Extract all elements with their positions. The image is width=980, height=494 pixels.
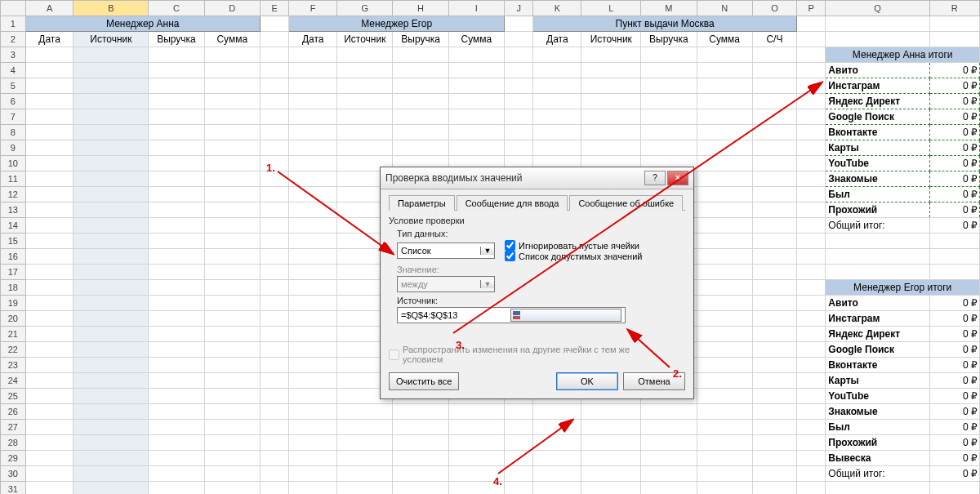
cell[interactable] [697, 218, 752, 234]
cell[interactable] [337, 435, 393, 451]
cell[interactable] [74, 435, 149, 451]
cell[interactable] [752, 171, 796, 187]
cell[interactable] [74, 63, 149, 78]
cell[interactable] [581, 482, 641, 495]
summary-row-label[interactable]: Вывеска [826, 451, 929, 466]
cell[interactable] [752, 234, 796, 249]
cell[interactable] [74, 404, 149, 420]
cell[interactable] [74, 171, 149, 187]
cell[interactable] [797, 202, 826, 218]
cell[interactable] [752, 156, 796, 171]
cell[interactable] [697, 140, 752, 156]
cell[interactable] [149, 265, 204, 280]
cell[interactable] [25, 187, 74, 202]
cell[interactable] [697, 156, 752, 171]
cell[interactable] [697, 265, 752, 280]
cell[interactable] [149, 280, 204, 296]
cell[interactable] [797, 265, 826, 280]
cell[interactable] [204, 420, 260, 435]
cell[interactable] [149, 202, 204, 218]
cell[interactable] [448, 435, 504, 451]
cell[interactable] [74, 140, 149, 156]
dropdown-list-checkbox[interactable]: Список допустимых значений [505, 251, 642, 261]
cell[interactable] [448, 482, 504, 495]
cell[interactable] [752, 451, 796, 466]
cell[interactable] [25, 296, 74, 311]
cell[interactable] [204, 202, 260, 218]
cell[interactable] [393, 435, 448, 451]
section-moscow[interactable]: Пункт выдачи Москва [533, 16, 797, 32]
cell[interactable] [260, 63, 288, 78]
cell[interactable] [149, 94, 204, 109]
cell[interactable] [25, 389, 74, 404]
cell[interactable] [641, 125, 697, 140]
cell[interactable] [752, 482, 796, 495]
cell[interactable] [260, 342, 288, 358]
cell[interactable] [260, 234, 288, 249]
clear-all-button[interactable]: Очистить все [389, 372, 459, 390]
cell[interactable] [448, 109, 504, 125]
cell[interactable] [797, 94, 826, 109]
cell[interactable] [337, 482, 393, 495]
cell[interactable] [149, 451, 204, 466]
summary-row-label[interactable]: Знакомые [826, 171, 929, 187]
cell[interactable] [260, 327, 288, 342]
cell[interactable] [581, 94, 641, 109]
cell[interactable] [289, 171, 337, 187]
cell[interactable] [797, 249, 826, 265]
cell[interactable] [448, 94, 504, 109]
cell[interactable] [752, 78, 796, 94]
cell[interactable] [393, 63, 448, 78]
cell[interactable] [797, 109, 826, 125]
type-combo[interactable]: Список ▼ [397, 243, 495, 259]
cell[interactable] [149, 171, 204, 187]
summary-anna-total-value[interactable]: 0 ₽ [929, 218, 979, 234]
col-header-A[interactable]: A [25, 1, 74, 16]
cell[interactable] [337, 140, 393, 156]
summary-row-value[interactable]: 0 ₽ [929, 109, 979, 125]
cell[interactable] [25, 156, 74, 171]
cell[interactable] [260, 140, 288, 156]
cell[interactable] [697, 451, 752, 466]
cell[interactable] [697, 311, 752, 327]
summary-row-value[interactable]: 0 ₽ [929, 202, 979, 218]
cell[interactable] [641, 78, 697, 94]
cell[interactable] [25, 234, 74, 249]
cell[interactable] [581, 140, 641, 156]
summary-row-value[interactable]: 0 ₽ [929, 420, 979, 435]
cell[interactable] [204, 171, 260, 187]
cell[interactable] [204, 140, 260, 156]
cell[interactable] [641, 435, 697, 451]
cell[interactable] [149, 389, 204, 404]
col-header-G[interactable]: G [337, 1, 393, 16]
cell[interactable] [260, 125, 288, 140]
summary-row-value[interactable]: 0 ₽ [929, 296, 979, 311]
cell[interactable] [533, 125, 581, 140]
cell[interactable] [393, 404, 448, 420]
cell[interactable] [289, 451, 337, 466]
cell[interactable] [289, 234, 337, 249]
cell[interactable] [337, 78, 393, 94]
cell[interactable] [260, 482, 288, 495]
cell[interactable] [204, 342, 260, 358]
cell[interactable] [752, 249, 796, 265]
cell[interactable] [260, 265, 288, 280]
cell[interactable] [25, 94, 74, 109]
cell[interactable] [289, 296, 337, 311]
cell[interactable] [797, 47, 826, 63]
cell[interactable] [260, 280, 288, 296]
cell[interactable] [752, 296, 796, 311]
cell[interactable] [797, 63, 826, 78]
cell[interactable] [697, 187, 752, 202]
cell[interactable] [581, 435, 641, 451]
cell[interactable] [641, 482, 697, 495]
cell[interactable] [752, 327, 796, 342]
cell[interactable] [260, 202, 288, 218]
cell[interactable] [25, 202, 74, 218]
cell[interactable] [74, 296, 149, 311]
cell[interactable] [74, 342, 149, 358]
cell[interactable] [289, 482, 337, 495]
cell[interactable] [74, 327, 149, 342]
col-header-M[interactable]: M [641, 1, 697, 16]
cell[interactable] [533, 435, 581, 451]
